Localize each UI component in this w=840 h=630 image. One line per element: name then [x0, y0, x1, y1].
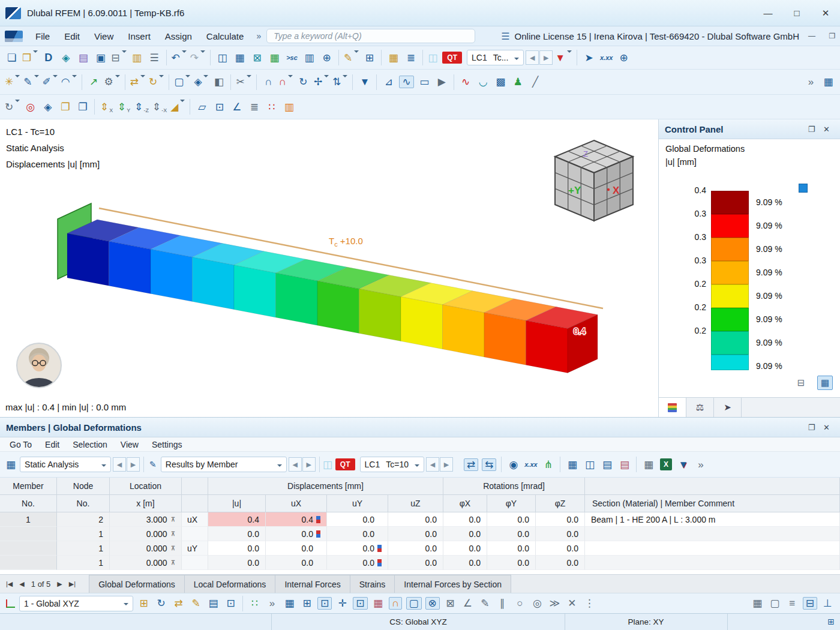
move-nodes-icon[interactable]: ⇅ — [331, 73, 349, 91]
colored-results-icon[interactable]: ▤ — [616, 455, 633, 473]
render-solid-icon[interactable]: ▩ — [492, 73, 509, 91]
menu-item[interactable]: File — [28, 31, 57, 41]
keyword-search-input[interactable] — [266, 29, 475, 43]
smooth-results-icon[interactable]: ◡ — [475, 73, 492, 91]
cell-node[interactable]: 2 — [57, 512, 110, 527]
cell-u[interactable]: 0.4 — [208, 512, 266, 527]
structure-tools-icon[interactable]: ⚙ — [103, 73, 122, 91]
export-sc-icon[interactable]: >sc — [283, 49, 301, 67]
animation-icon[interactable]: ▶ — [433, 73, 451, 91]
cell-section[interactable] — [585, 541, 840, 556]
table-display-icon[interactable]: ▦ — [563, 455, 581, 473]
divide-members-icon[interactable]: ∩ — [277, 73, 295, 91]
workplane-icon[interactable]: ▱ — [193, 98, 211, 116]
diagonal-icon[interactable]: ╱ — [527, 73, 544, 91]
snap-cursor-icon[interactable]: ➤ — [580, 49, 598, 67]
orbit-icon[interactable]: ↻ — [3, 98, 22, 116]
cell-u[interactable]: 0.0 — [208, 556, 266, 570]
table-filter-icon[interactable]: ▼ — [674, 455, 692, 473]
cell-uz[interactable]: 0.0 — [388, 541, 443, 556]
background-grid-icon[interactable]: ▦ — [749, 595, 766, 613]
result-tab[interactable]: Local Deformations — [184, 575, 276, 593]
cell-u[interactable]: 0.0 — [208, 527, 266, 541]
next-page-button[interactable]: ▶ — [57, 580, 62, 588]
prev-analysis-button[interactable]: ◀ — [113, 457, 126, 472]
cell-phix[interactable]: 0.0 — [443, 541, 487, 556]
circle-cross-icon[interactable]: ⊗ — [424, 595, 442, 613]
arrows-snap-icon[interactable]: ≫ — [546, 595, 563, 613]
panel-dock-icon[interactable]: ❐ — [804, 423, 819, 432]
cell-location[interactable]: 0.000⊼ — [110, 527, 182, 541]
cell-uz[interactable]: 0.0 — [388, 512, 443, 527]
cs-edit-icon[interactable]: ✎ — [187, 595, 205, 613]
last-page-button[interactable]: ▶| — [69, 580, 76, 588]
menu-item[interactable]: Assign — [158, 31, 199, 41]
table-row[interactable]: 1 0.000⊼ 0.0 0.0 0.0 — [0, 527, 840, 541]
close-button[interactable]: ✕ — [811, 0, 840, 26]
support-icon[interactable]: ⊥ — [819, 595, 836, 613]
circle-snap-icon[interactable]: ○ — [511, 595, 529, 613]
next-load-case-button[interactable]: ▶ — [539, 50, 553, 65]
cell-member[interactable] — [0, 541, 57, 556]
comments-icon[interactable]: ☰ — [146, 49, 163, 67]
table-row[interactable]: 1 0.000⊼ uY 0.0 0.0 0.0 — [0, 541, 840, 556]
cell-phix[interactable]: 0.0 — [443, 556, 487, 570]
new-cs-icon[interactable]: ⊞ — [135, 595, 152, 613]
cell-uy[interactable]: 0.0 — [327, 556, 388, 570]
open-model-icon[interactable]: ❒ — [20, 49, 40, 67]
ribbon-minimize-icon[interactable]: — — [804, 32, 820, 40]
snap-dots-icon[interactable]: ∷ — [246, 595, 263, 613]
excel-export-icon[interactable]: X — [657, 455, 674, 473]
cell-section[interactable] — [585, 527, 840, 541]
snap-settings-icon[interactable]: ✢ — [312, 73, 331, 91]
zoom-region-icon[interactable]: ◎ — [22, 98, 39, 116]
more-tools-icon[interactable]: » — [692, 455, 709, 473]
first-page-button[interactable]: |◀ — [6, 580, 13, 588]
filter-icon[interactable]: ▼ — [356, 73, 373, 91]
result-tab[interactable]: Internal Forces — [275, 575, 350, 593]
cell-component[interactable] — [182, 556, 208, 570]
rotate-view-icon[interactable]: ↻ — [295, 73, 312, 91]
result-tab[interactable]: Internal Forces by Section — [394, 575, 511, 593]
cell-phiy[interactable]: 0.0 — [487, 512, 536, 527]
cell-phiy[interactable]: 0.0 — [487, 541, 536, 556]
pencil-snap-icon[interactable]: ✎ — [476, 595, 494, 613]
panel-close-icon[interactable]: ✕ — [819, 125, 834, 134]
printout-report-icon[interactable]: ▥ — [128, 49, 146, 67]
cell-uy[interactable]: 0.0 — [327, 527, 388, 541]
show-object-icon[interactable]: ◉ — [505, 455, 522, 473]
menu-item[interactable]: Insert — [121, 31, 158, 41]
panel-icon[interactable]: ▥ — [280, 98, 298, 116]
ribbon-restore-icon[interactable]: ❐ — [824, 32, 840, 40]
cell-ux[interactable]: 0.0 — [266, 556, 327, 570]
point-grid-icon[interactable]: ∷ — [263, 98, 280, 116]
results-table-icon[interactable]: ▦ — [266, 49, 283, 67]
cs-rotate-icon[interactable]: ↻ — [152, 595, 170, 613]
tables-grid-icon[interactable]: ▦ — [820, 73, 837, 91]
result-navigator-icon[interactable]: ⋔ — [539, 455, 557, 473]
paste-view-icon[interactable]: ❐ — [74, 98, 91, 116]
select-special-icon[interactable]: ✳ — [3, 73, 22, 91]
view-slope-icon[interactable]: ◢ — [169, 98, 187, 116]
view-panes-icon[interactable]: ◫ — [428, 53, 437, 63]
plane-offset-icon[interactable]: ⊡ — [211, 98, 228, 116]
menu-item[interactable]: Calculate — [199, 31, 251, 41]
goto-table-icon[interactable]: ◫ — [214, 49, 231, 67]
sync-results-icon[interactable]: ⇄ — [462, 455, 480, 473]
result-tab[interactable]: Global Deformations — [89, 575, 185, 593]
status-grid-icon[interactable]: ⊞ — [827, 614, 835, 630]
cell-phix[interactable]: 0.0 — [443, 512, 487, 527]
guides-icon[interactable]: ⊡ — [351, 595, 369, 613]
cell-uy[interactable]: 0.0 — [327, 512, 388, 527]
bt-overflow-icon[interactable]: » — [263, 595, 281, 613]
results-filter-icon[interactable]: ▼ — [553, 49, 574, 67]
minimize-button[interactable]: — — [754, 0, 782, 26]
selection-rect-icon[interactable]: ▢ — [766, 595, 784, 613]
tables-icon[interactable]: ▦ — [231, 49, 248, 67]
coordinate-system-select[interactable]: 1 - Global XYZ — [19, 596, 133, 611]
view-z-icon[interactable]: ⇕ -Z — [133, 98, 151, 116]
maximize-button[interactable]: □ — [782, 0, 811, 26]
layers-icon[interactable]: ≣ — [245, 98, 263, 116]
add-person-icon[interactable]: ♟ — [509, 73, 527, 91]
model-navigator-icon[interactable]: ◈ — [57, 49, 74, 67]
